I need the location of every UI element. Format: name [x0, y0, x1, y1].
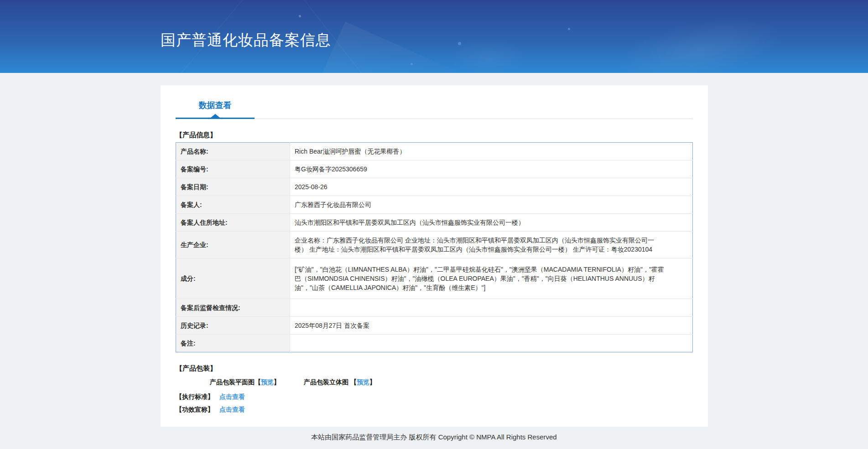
table-row-supervision: 备案后监督检查情况:: [176, 299, 693, 317]
row-label: 备案人住所地址:: [176, 214, 290, 232]
product-info-heading: 【产品信息】: [176, 131, 693, 139]
standard-view-link[interactable]: 点击查看: [219, 393, 245, 400]
table-row-registrant-address: 备案人住所地址: 汕头市潮阳区和平镇和平居委双凤加工区内（汕头市恒鑫服饰实业有限…: [176, 214, 693, 232]
efficacy-heading: 【功效宣称】: [176, 406, 214, 413]
page-banner: 国产普通化妆品备案信息: [0, 0, 868, 73]
row-value: ["矿油"，"白池花（LIMNANTHES ALBA）籽油"，"二甲基甲硅烷基化…: [290, 258, 693, 299]
row-value: 企业名称：广东雅西子化妆品有限公司 企业地址：汕头市潮阳区和平镇和平居委双凤加工…: [290, 232, 693, 258]
packaging-stereo-preview-link[interactable]: 预览: [357, 378, 369, 386]
product-info-table: 产品名称: Rich Bear滋润呵护唇蜜（无花果椰香） 备案编号: 粤G妆网备…: [176, 142, 693, 352]
table-row-manufacturer: 生产企业: 企业名称：广东雅西子化妆品有限公司 企业地址：汕头市潮阳区和平镇和平…: [176, 232, 693, 258]
row-value: 2025年08月27日 首次备案: [290, 317, 693, 335]
efficacy-row: 【功效宣称】点击查看: [176, 406, 693, 414]
row-value: [290, 299, 693, 317]
page-title: 国产普通化妆品备案信息: [161, 30, 331, 51]
standard-row: 【执行标准】点击查看: [176, 393, 693, 401]
packaging-stereo-bracket: 】: [369, 378, 376, 386]
row-value: 2025-08-26: [290, 178, 693, 196]
table-row-history: 历史记录: 2025年08月27日 首次备案: [176, 317, 693, 335]
banner-glow-decoration: [576, 0, 823, 73]
tab-bar: 数据查看: [176, 85, 693, 119]
table-row-ingredients: 成分: ["矿油"，"白池花（LIMNANTHES ALBA）籽油"，"二甲基甲…: [176, 258, 693, 299]
packaging-flat-preview-link[interactable]: 预览: [261, 378, 274, 386]
tab-data-view[interactable]: 数据查看: [176, 94, 255, 119]
packaging-stereo-label: 产品包装立体图 【: [304, 378, 357, 386]
row-label: 备案日期:: [176, 178, 290, 196]
row-label: 备案编号:: [176, 160, 290, 178]
packaging-flat-bracket: 】: [274, 378, 280, 386]
standard-heading: 【执行标准】: [176, 393, 214, 400]
banner-glow-decoration-small: [429, 32, 547, 73]
table-row-filing-number: 备案编号: 粤G妆网备字2025306659: [176, 160, 693, 178]
packaging-flat-label: 产品包装平面图【: [210, 378, 261, 386]
row-value: 粤G妆网备字2025306659: [290, 160, 693, 178]
efficacy-view-link[interactable]: 点击查看: [219, 406, 245, 413]
row-label: 成分:: [176, 258, 290, 299]
row-label: 生产企业:: [176, 232, 290, 258]
row-value: [290, 335, 693, 352]
tab-data-view-label: 数据查看: [199, 101, 232, 110]
table-row-registrant: 备案人: 广东雅西子化妆品有限公司: [176, 196, 693, 214]
page-footer: 本站由国家药品监督管理局主办 版权所有 Copyright © NMPA All…: [0, 433, 868, 442]
packaging-heading: 【产品包装】: [176, 364, 693, 373]
row-value: 汕头市潮阳区和平镇和平居委双凤加工区内（汕头市恒鑫服饰实业有限公司一楼）: [290, 214, 693, 232]
row-label: 备注:: [176, 335, 290, 352]
footer-text: 本站由国家药品监督管理局主办 版权所有 Copyright © NMPA All…: [311, 433, 556, 441]
detail-card: 数据查看 【产品信息】 产品名称: Rich Bear滋润呵护唇蜜（无花果椰香）…: [161, 85, 708, 427]
table-row-product-name: 产品名称: Rich Bear滋润呵护唇蜜（无花果椰香）: [176, 143, 693, 160]
table-row-remarks: 备注:: [176, 335, 693, 352]
row-label: 备案后监督检查情况:: [176, 299, 290, 317]
banner-dots-decoration: [299, 15, 301, 17]
row-value: Rich Bear滋润呵护唇蜜（无花果椰香）: [290, 143, 693, 160]
row-label: 历史记录:: [176, 317, 290, 335]
table-row-filing-date: 备案日期: 2025-08-26: [176, 178, 693, 196]
row-label: 备案人:: [176, 196, 290, 214]
main-content: 数据查看 【产品信息】 产品名称: Rich Bear滋润呵护唇蜜（无花果椰香）…: [0, 85, 868, 442]
row-value: 广东雅西子化妆品有限公司: [290, 196, 693, 214]
packaging-row: 产品包装平面图【预览】产品包装立体图 【预览】: [210, 378, 693, 387]
row-label: 产品名称:: [176, 143, 290, 160]
